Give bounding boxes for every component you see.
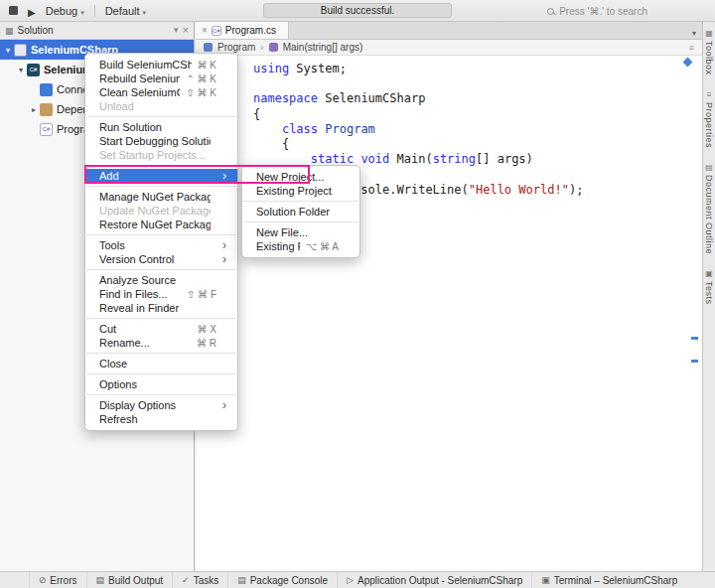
context-menu-item[interactable]: Unload bbox=[85, 99, 237, 113]
context-menu-item[interactable]: Refresh bbox=[85, 412, 237, 426]
context-menu-item[interactable] bbox=[86, 353, 236, 354]
context-menu-item[interactable] bbox=[86, 116, 236, 117]
dock-tab[interactable]: Properties bbox=[704, 91, 714, 148]
context-menu-item[interactable]: Version Control bbox=[85, 252, 237, 266]
configuration-dropdown[interactable]: Debug bbox=[46, 5, 84, 17]
ide-window: { "toolbar": { "config_label": "Debug", … bbox=[0, 0, 715, 588]
run-target-dropdown[interactable]: Default bbox=[105, 5, 146, 17]
menu-item-label: Close bbox=[99, 358, 211, 369]
global-search-box[interactable]: Press '⌘.' to search bbox=[547, 0, 647, 22]
context-menu-item[interactable] bbox=[86, 318, 236, 319]
context-menu-item[interactable] bbox=[86, 394, 236, 395]
context-menu-item[interactable]: Build SeleniumCSharp ⌘ K bbox=[85, 58, 237, 72]
context-menu-item[interactable]: Start Debugging Solution bbox=[85, 134, 237, 148]
menu-item-shortcut: ⌥ ⌘ A bbox=[306, 241, 339, 252]
code-token: Program bbox=[318, 122, 375, 136]
context-menu-item[interactable]: Find in Files... ⇧ ⌘ F bbox=[85, 287, 237, 301]
code-editor[interactable]: using System;namespace SeleniumCSharp{ c… bbox=[196, 56, 702, 571]
bottom-pad-button[interactable]: Errors bbox=[29, 572, 86, 588]
solution-pad-title: Solution bbox=[18, 25, 54, 36]
menu-item-shortcut: ⌘ R bbox=[197, 338, 216, 349]
tree-chevron-icon[interactable] bbox=[2, 46, 14, 55]
context-menu-item[interactable]: Set Startup Projects... bbox=[85, 148, 237, 162]
run-target-label: Default bbox=[105, 5, 140, 17]
bottom-pad-button[interactable]: Application Output - SeleniumCSharp bbox=[337, 572, 531, 588]
context-menu-item[interactable] bbox=[86, 373, 236, 374]
context-menu-item[interactable]: Manage NuGet Packages... bbox=[85, 190, 237, 204]
code-token: void bbox=[360, 152, 389, 166]
context-menu-item[interactable]: Run Solution bbox=[85, 120, 237, 134]
code-token: SeleniumCSharp bbox=[318, 91, 425, 105]
submenu-item[interactable] bbox=[243, 221, 358, 222]
context-menu-item[interactable] bbox=[86, 234, 236, 235]
context-menu-item[interactable]: Display Options bbox=[85, 398, 237, 412]
menu-item-shortcut: ⇧ ⌘ K bbox=[186, 87, 216, 98]
menu-item-label: Rebuild SeleniumCSharp bbox=[99, 73, 180, 84]
context-menu-item[interactable] bbox=[86, 269, 236, 270]
submenu-item[interactable]: Existing Files... ⌥ ⌘ A bbox=[242, 239, 359, 253]
dock-tab[interactable]: Tests bbox=[704, 270, 714, 305]
context-menu-item[interactable]: Add bbox=[85, 169, 237, 183]
dock-tab[interactable]: Toolbox bbox=[704, 30, 714, 75]
code-line: { bbox=[253, 107, 702, 122]
dock-tab-icon bbox=[705, 30, 713, 38]
bottom-pad-label: Package Console bbox=[250, 575, 328, 586]
context-menu-item[interactable]: Tools bbox=[85, 238, 237, 252]
toolbar-divider bbox=[94, 5, 95, 17]
bottom-pad-button[interactable]: Tasks bbox=[172, 572, 227, 588]
tree-chevron-icon[interactable] bbox=[28, 105, 40, 114]
context-menu-item[interactable] bbox=[86, 165, 236, 166]
bottom-pad-icon bbox=[96, 576, 105, 585]
code-line bbox=[253, 76, 702, 91]
tree-item-icon bbox=[40, 123, 53, 136]
context-menu-item[interactable]: Reveal in Finder bbox=[85, 301, 237, 315]
context-menu-item[interactable]: Clean SeleniumCSharp ⇧ ⌘ K bbox=[85, 85, 237, 99]
breadcrumb-separator-icon bbox=[260, 42, 263, 53]
breadcrumb-member[interactable]: Main(string[] args) bbox=[283, 42, 363, 53]
stop-icon[interactable] bbox=[9, 6, 18, 15]
dock-tab[interactable]: Document Outline bbox=[704, 164, 714, 254]
class-icon bbox=[204, 43, 213, 52]
pad-close-icon[interactable] bbox=[183, 25, 189, 36]
menu-item-label: Existing Files... bbox=[256, 240, 300, 252]
tab-overflow-icon[interactable] bbox=[692, 22, 696, 40]
tab-program-cs[interactable]: Program.cs bbox=[196, 22, 289, 39]
submenu-arrow-icon bbox=[222, 169, 229, 183]
tree-item-icon bbox=[40, 103, 53, 116]
editor-options-icon[interactable] bbox=[689, 43, 694, 53]
bottom-pad-button[interactable]: Build Output bbox=[86, 572, 173, 588]
menu-item-shortcut: ⇧ ⌘ F bbox=[187, 289, 216, 300]
context-menu-item[interactable] bbox=[86, 186, 236, 187]
run-icon[interactable] bbox=[28, 2, 36, 20]
search-icon bbox=[547, 8, 554, 15]
bottom-pad-icon bbox=[541, 576, 550, 585]
bottom-pad-label: Build Output bbox=[108, 575, 163, 586]
context-menu-item[interactable]: Cut ⌘ X bbox=[85, 322, 237, 336]
bottom-pad-label: Tasks bbox=[194, 575, 219, 586]
search-placeholder: Press '⌘.' to search bbox=[559, 6, 647, 17]
bottom-pad-button[interactable]: Terminal – SeleniumCSharp bbox=[531, 572, 686, 588]
context-menu-item[interactable]: Rebuild SeleniumCSharp ⌃ ⌘ K bbox=[85, 72, 237, 85]
editor-tab-strip: Program.cs bbox=[196, 22, 702, 40]
context-menu-item[interactable]: Options bbox=[85, 377, 237, 391]
submenu-item[interactable]: Existing Project... bbox=[242, 184, 359, 198]
context-menu-item[interactable]: Analyze Source bbox=[85, 273, 237, 287]
bottom-pad-button[interactable]: Package Console bbox=[227, 572, 337, 588]
submenu-item[interactable] bbox=[243, 201, 358, 202]
context-menu-item[interactable]: Rename... ⌘ R bbox=[85, 336, 237, 350]
pad-dock-chevron-icon[interactable] bbox=[174, 26, 179, 35]
context-menu-item[interactable]: Update NuGet Packages bbox=[85, 204, 237, 218]
submenu-item[interactable]: New File... bbox=[242, 225, 359, 239]
context-menu-item[interactable]: Restore NuGet Packages bbox=[85, 218, 237, 231]
menu-item-label: Run Solution bbox=[99, 121, 211, 133]
submenu-arrow-icon bbox=[222, 238, 229, 252]
breadcrumb-class[interactable]: Program bbox=[217, 42, 255, 53]
tree-chevron-icon[interactable] bbox=[15, 66, 27, 74]
tree-item-icon bbox=[40, 83, 53, 96]
submenu-item[interactable]: Solution Folder bbox=[242, 205, 359, 219]
menu-item-label: Add bbox=[99, 170, 211, 182]
code-token: string bbox=[433, 152, 476, 166]
submenu-item[interactable]: New Project... bbox=[242, 170, 359, 184]
context-menu-item[interactable]: Close bbox=[85, 357, 237, 370]
tab-close-icon[interactable] bbox=[202, 25, 208, 36]
